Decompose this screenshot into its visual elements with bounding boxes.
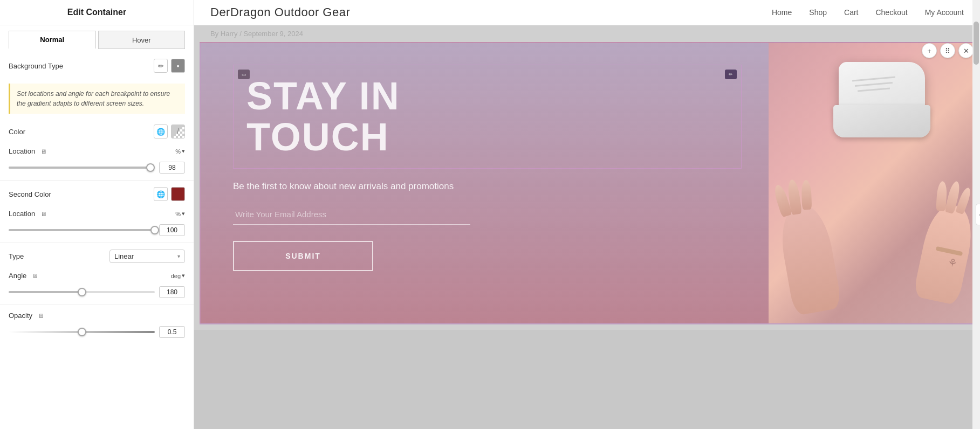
second-color-label: Second Color [9,190,51,198]
type-label: Type [9,252,24,260]
stay-touch-right: ⚘ [769,43,974,323]
divider-1 [0,180,194,181]
divider-2 [0,243,194,243]
slider-fill-2 [9,229,155,231]
slider-thumb-2[interactable] [150,226,159,234]
monitor-icon-opacity: 🖥 [38,313,44,319]
monitor-icon-angle: 🖥 [32,273,38,279]
email-input[interactable] [233,204,470,225]
edit-panel: Edit Container Normal Hover Background T… [0,0,194,429]
shoe-silhouette [828,51,936,170]
minimize-icon[interactable]: ▭ [238,70,250,79]
stay-touch-left: ▭ ✏ STAY IN TOUCH Be the first to know a… [201,43,769,323]
heading-line2: TOUCH [246,115,389,158]
type-select[interactable]: Linear ▾ [109,250,185,263]
monitor-icon-2: 🖥 [40,211,46,217]
color-row: Color 🌐 / [0,120,194,143]
slider-fill-angle [9,291,82,293]
location-value-1[interactable]: 98 [159,162,185,174]
percent-dropdown-1[interactable]: % ▾ [175,148,185,155]
tab-row: Normal Hover [0,25,194,54]
panel-title: Edit Container [0,0,194,25]
slider-track-opacity[interactable] [9,331,155,333]
site-logo: DerDragon Outdoor Gear [210,5,772,19]
nav-links: Home Shop Cart Checkout My Account [772,8,964,17]
slider-row-angle: 180 [0,284,194,302]
color-controls: 🌐 / [154,124,185,139]
brush-icon[interactable]: ✏ [154,59,168,73]
photo-bg: ⚘ [769,43,974,323]
location-value-2[interactable]: 100 [159,224,185,236]
slider-fill-1 [9,167,150,169]
page-content: By Harry / September 9, 2024 + ⠿ ✕ ▭ [194,25,980,330]
nav-myaccount[interactable]: My Account [925,8,964,17]
second-color-globe-icon[interactable]: 🌐 [154,187,168,201]
nav-cart[interactable]: Cart [844,8,858,17]
angle-value[interactable]: 180 [159,286,185,298]
heading-line1: STAY IN [246,74,400,117]
image-icon[interactable]: ▪ [171,59,185,73]
heading-toolbar-right: ✏ [725,70,737,79]
slider-row-opacity: 0.5 [0,324,194,342]
type-row: Type Linear ▾ [0,245,194,267]
slider-track-2[interactable] [9,229,155,231]
opacity-label: Opacity 🖥 [9,312,44,320]
nav-home[interactable]: Home [772,8,792,17]
slider-track-angle[interactable] [9,291,155,293]
deg-dropdown[interactable]: deg ▾ [171,272,185,279]
color-globe-icon[interactable]: 🌐 [154,124,168,139]
stay-touch-section: ▭ ✏ STAY IN TOUCH Be the first to know a… [200,42,975,324]
color-label: Color [9,128,25,136]
background-type-label: Background Type [9,62,63,70]
container-toolbar: + ⠿ ✕ [922,43,974,58]
slider-thumb-opacity[interactable] [78,328,86,336]
hand-left [776,202,842,316]
opacity-row: Opacity 🖥 [0,307,194,324]
select-arrow-icon: ▾ [177,253,180,259]
location-row-1: Location 🖥 % ▾ [0,143,194,160]
breadcrumb: By Harry / September 9, 2024 [194,25,980,42]
background-type-controls: ✏ ▪ [154,59,185,73]
angle-row: Angle 🖥 deg ▾ [0,267,194,284]
submit-button[interactable]: SUBMIT [233,241,373,271]
nav-checkout[interactable]: Checkout [875,8,907,17]
close-button[interactable]: ✕ [958,43,974,58]
preview-area: DerDragon Outdoor Gear Home Shop Cart Ch… [194,0,980,429]
second-color-controls: 🌐 [154,187,185,201]
edit-container-wrapper: + ⠿ ✕ ▭ ✏ STA [200,42,975,324]
scrollbar-thumb[interactable] [974,22,979,65]
location-row-2: Location 🖥 % ▾ [0,205,194,222]
second-color-swatch[interactable] [171,187,185,201]
slider-row-2: 100 [0,222,194,240]
percent-dropdown-2[interactable]: % ▾ [175,210,185,217]
info-box: Set locations and angle for each breakpo… [9,84,185,114]
slider-thumb-1[interactable] [146,163,155,172]
site-nav: DerDragon Outdoor Gear Home Shop Cart Ch… [194,0,980,25]
background-type-row: Background Type ✏ ▪ [0,54,194,77]
subtitle-text: Be the first to know about new arrivals … [233,179,470,193]
add-button[interactable]: + [922,43,937,58]
tab-hover[interactable]: Hover [98,31,186,49]
monitor-icon-1: 🖥 [40,148,46,155]
color-swatch-first[interactable]: / [171,124,185,139]
heading-toolbar-left: ▭ [238,70,250,79]
slider-row-1: 98 [0,160,194,178]
location-label-2: Location 🖥 [9,210,46,218]
hand-right [913,201,974,306]
stay-heading: STAY IN TOUCH [246,76,728,157]
nav-shop[interactable]: Shop [809,8,827,17]
tab-normal[interactable]: Normal [9,31,96,49]
info-text: Set locations and angle for each breakpo… [17,90,170,107]
email-field-area [233,204,742,225]
opacity-value[interactable]: 0.5 [159,326,185,338]
heading-box: ▭ ✏ STAY IN TOUCH [233,65,742,169]
photo-illustration: ⚘ [769,43,974,323]
angle-label: Angle 🖥 [9,272,38,280]
edit-icon[interactable]: ✏ [725,70,737,79]
divider-3 [0,305,194,305]
location-label-1: Location 🖥 [9,147,46,155]
move-handle[interactable]: ⠿ [940,43,955,58]
slider-thumb-angle[interactable] [78,288,86,296]
second-color-row: Second Color 🌐 [0,183,194,205]
slider-track-1[interactable] [9,167,155,169]
